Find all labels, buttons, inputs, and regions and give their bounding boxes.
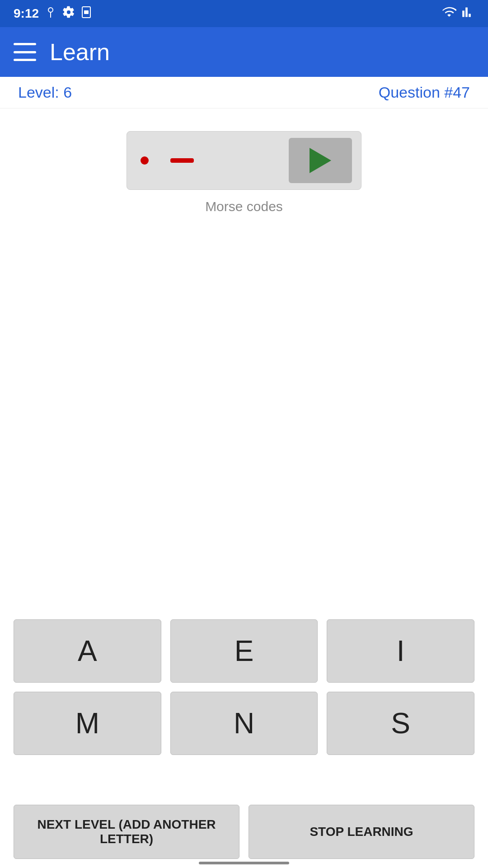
main-content: Morse codes A E I M N S NEXT LEVEL (ADD … xyxy=(0,108,488,868)
question-label: Question #47 xyxy=(379,84,470,101)
play-triangle-icon xyxy=(310,148,331,173)
time-display: 9:12 xyxy=(14,6,39,21)
morse-dash xyxy=(170,158,194,163)
status-bar-left: 9:12 xyxy=(14,6,91,22)
stop-learning-button[interactable]: STOP LEARNING xyxy=(249,805,474,859)
morse-player xyxy=(127,131,361,190)
morse-dot xyxy=(141,156,149,165)
status-bar: 9:12 xyxy=(0,0,488,27)
svg-point-0 xyxy=(48,8,53,12)
home-indicator xyxy=(199,862,289,864)
settings-icon xyxy=(62,6,75,22)
menu-button[interactable] xyxy=(14,43,36,61)
answer-button-e[interactable]: E xyxy=(170,619,318,683)
answer-row-2: M N S xyxy=(14,692,474,755)
answer-button-a[interactable]: A xyxy=(14,619,161,683)
morse-symbols xyxy=(141,156,194,165)
answer-button-n[interactable]: N xyxy=(170,692,318,755)
level-label: Level: 6 xyxy=(18,84,72,101)
answer-row-1: A E I xyxy=(14,619,474,683)
answer-button-s[interactable]: S xyxy=(327,692,474,755)
next-level-button[interactable]: NEXT LEVEL (ADD ANOTHER LETTER) xyxy=(14,805,239,859)
wifi-icon xyxy=(442,6,456,22)
answer-button-i[interactable]: I xyxy=(327,619,474,683)
answer-button-m[interactable]: M xyxy=(14,692,161,755)
signal-icon xyxy=(462,6,474,22)
sim-icon xyxy=(81,6,91,22)
sub-header: Level: 6 Question #47 xyxy=(0,77,488,108)
status-bar-right xyxy=(442,6,474,22)
svg-rect-3 xyxy=(84,10,89,14)
app-bar: Learn xyxy=(0,27,488,77)
morse-player-container: Morse codes xyxy=(127,131,361,214)
page-title: Learn xyxy=(50,38,110,66)
morse-caption: Morse codes xyxy=(205,199,283,214)
play-button[interactable] xyxy=(289,138,352,183)
location-icon xyxy=(45,6,56,22)
answer-area: A E I M N S xyxy=(0,619,488,764)
bottom-actions: NEXT LEVEL (ADD ANOTHER LETTER) STOP LEA… xyxy=(0,805,488,859)
